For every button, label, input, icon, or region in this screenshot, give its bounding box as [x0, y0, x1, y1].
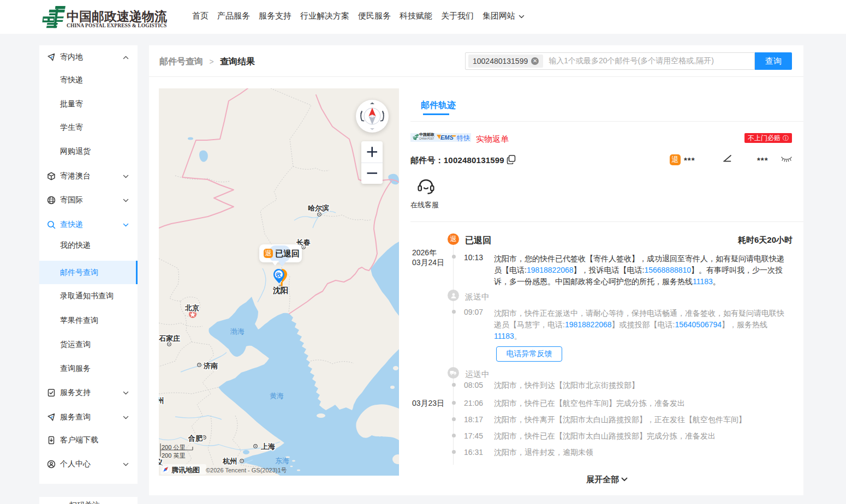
svg-text:石家庄: 石家庄 [159, 334, 180, 343]
svg-text:上海: 上海 [261, 442, 275, 451]
svg-text:EMS: EMS [440, 134, 454, 141]
svg-text:渤海: 渤海 [230, 327, 245, 335]
svg-text:黄海: 黄海 [270, 392, 284, 400]
svg-text:合肥: 合肥 [188, 434, 203, 442]
svg-text:杭州: 杭州 [222, 457, 237, 465]
svg-text:收: 收 [276, 271, 282, 278]
svg-text:州: 州 [159, 397, 164, 405]
svg-text:哈尔滨: 哈尔滨 [308, 204, 329, 212]
svg-text:济南: 济南 [203, 362, 218, 370]
svg-text:北京: 北京 [184, 304, 199, 312]
svg-text:东海: 东海 [275, 457, 289, 465]
